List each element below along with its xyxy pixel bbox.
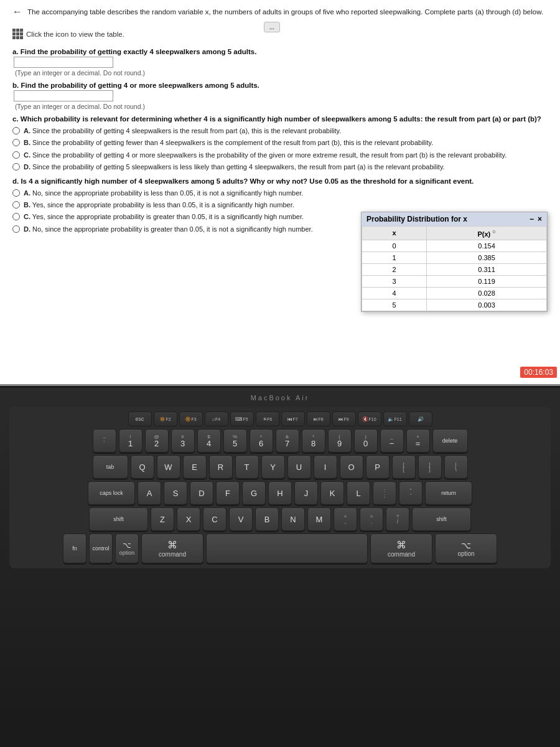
- radio-c-c[interactable]: [12, 151, 20, 159]
- key-period[interactable]: > .: [360, 507, 383, 531]
- key-r[interactable]: R: [209, 455, 233, 479]
- key-4[interactable]: $ 4: [197, 429, 221, 453]
- key-shift-l[interactable]: shift: [89, 507, 148, 531]
- key-n[interactable]: N: [281, 507, 305, 531]
- fn-key-f5[interactable]: ⌨F5: [230, 411, 254, 426]
- col-x: x: [362, 227, 427, 240]
- part-a-answer-row: [12, 57, 548, 68]
- key-6[interactable]: ^ 6: [250, 429, 273, 453]
- key-option-r[interactable]: ⌥ option: [435, 533, 497, 563]
- option-d-a[interactable]: A. No, since the appropriate probability…: [12, 189, 548, 198]
- key-tab[interactable]: tab: [93, 455, 128, 479]
- key-h[interactable]: H: [268, 481, 292, 505]
- radio-d-c[interactable]: [12, 213, 20, 220]
- key-semicolon[interactable]: : ;: [373, 481, 396, 505]
- key-slash[interactable]: ? /: [386, 507, 409, 531]
- option-c-d[interactable]: D. Since the probability of getting 5 sl…: [12, 162, 548, 172]
- key-8[interactable]: * 8: [302, 429, 325, 453]
- fn-key-f10[interactable]: 🔇F10: [358, 411, 381, 426]
- radio-d-d[interactable]: [12, 225, 20, 233]
- key-a[interactable]: A: [138, 481, 161, 505]
- key-b[interactable]: B: [255, 507, 279, 531]
- key-caps[interactable]: caps lock: [88, 481, 135, 505]
- key-c[interactable]: C: [203, 507, 226, 531]
- key-ctrl[interactable]: control: [89, 533, 113, 563]
- key-f[interactable]: F: [216, 481, 240, 505]
- key-g[interactable]: G: [242, 481, 266, 505]
- fn-key-f12[interactable]: 🔊: [409, 411, 432, 426]
- table-link[interactable]: Click the icon to view the table.: [12, 29, 124, 39]
- key-v[interactable]: V: [229, 507, 253, 531]
- fn-key-f8[interactable]: ⏯F8: [307, 411, 330, 426]
- key-k[interactable]: K: [320, 481, 344, 505]
- fn-key-f7[interactable]: ⏮F7: [281, 411, 305, 426]
- key-command-r[interactable]: ⌘ command: [370, 533, 432, 563]
- radio-d-b[interactable]: [12, 201, 20, 209]
- key-2[interactable]: @ 2: [145, 429, 169, 453]
- key-w[interactable]: W: [157, 455, 180, 479]
- key-e[interactable]: E: [183, 455, 207, 479]
- key-z[interactable]: Z: [151, 507, 174, 531]
- probability-modal: Probability Distribution for x − × x P(x…: [361, 212, 548, 312]
- option-d-b[interactable]: B. Yes, since the appropriate probabilit…: [12, 200, 548, 210]
- key-i[interactable]: I: [314, 455, 337, 479]
- key-l[interactable]: L: [347, 481, 370, 505]
- key-space[interactable]: [206, 533, 368, 563]
- key-u[interactable]: U: [287, 455, 311, 479]
- fn-key-f11[interactable]: 🔈F11: [383, 411, 407, 426]
- key-option-l[interactable]: ⌥ option: [115, 533, 139, 563]
- key-p[interactable]: P: [366, 455, 390, 479]
- fn-key-f2[interactable]: 🔅F2: [154, 411, 177, 426]
- part-c-options: A. Since the probability of getting 4 sl…: [12, 126, 548, 172]
- table-link-text[interactable]: Click the icon to view the table.: [26, 31, 124, 38]
- part-b-input[interactable]: [14, 90, 113, 101]
- fn-key-f4[interactable]: ⌕F4: [205, 411, 228, 426]
- radio-c-a[interactable]: [12, 127, 20, 134]
- option-c-a[interactable]: A. Since the probability of getting 4 sl…: [12, 126, 548, 136]
- key-0[interactable]: ) 0: [354, 429, 378, 453]
- key-delete[interactable]: delete: [432, 429, 468, 453]
- key-quote[interactable]: " ': [399, 481, 422, 505]
- key-fn[interactable]: fn: [63, 533, 86, 563]
- option-c-c[interactable]: C. Since the probability of getting 4 or…: [12, 151, 548, 160]
- key-shift-r[interactable]: shift: [412, 507, 471, 531]
- option-c-b[interactable]: B. Since the probability of getting fewe…: [12, 138, 548, 148]
- fn-key-f6[interactable]: ☀F6: [256, 411, 279, 426]
- key-s[interactable]: S: [164, 481, 187, 505]
- key-j[interactable]: J: [294, 481, 318, 505]
- key-backtick[interactable]: ~ `: [93, 429, 116, 453]
- key-equals[interactable]: + =: [406, 429, 430, 453]
- key-o[interactable]: O: [340, 455, 363, 479]
- key-command-l[interactable]: ⌘ command: [141, 533, 203, 563]
- key-9[interactable]: ( 9: [328, 429, 352, 453]
- key-backslash[interactable]: | \: [444, 455, 468, 479]
- key-y[interactable]: Y: [261, 455, 285, 479]
- key-x[interactable]: X: [177, 507, 200, 531]
- key-m[interactable]: M: [307, 507, 331, 531]
- key-bracket-r[interactable]: } ]: [418, 455, 442, 479]
- part-a-input[interactable]: [14, 57, 113, 68]
- key-return[interactable]: return: [425, 481, 472, 505]
- fn-key-f9[interactable]: ⏭F9: [332, 411, 356, 426]
- modal-close-btn[interactable]: ×: [538, 215, 542, 223]
- key-t[interactable]: T: [235, 455, 259, 479]
- macbook-label: MacBook Air: [9, 394, 551, 402]
- fn-key-f3[interactable]: 🔆F3: [179, 411, 203, 426]
- back-arrow-icon[interactable]: ←: [12, 6, 22, 17]
- key-q[interactable]: Q: [131, 455, 154, 479]
- key-5[interactable]: % 5: [223, 429, 247, 453]
- modal-minimize-btn[interactable]: −: [530, 215, 534, 223]
- radio-d-a[interactable]: [12, 189, 20, 197]
- key-d[interactable]: D: [190, 481, 213, 505]
- radio-c-b[interactable]: [12, 139, 20, 146]
- key-1[interactable]: ! 1: [119, 429, 142, 453]
- key-bracket-l[interactable]: { [: [392, 455, 416, 479]
- key-comma[interactable]: < ,: [334, 507, 357, 531]
- key-3[interactable]: # 3: [171, 429, 195, 453]
- key-7[interactable]: & 7: [276, 429, 299, 453]
- expand-button[interactable]: ...: [264, 22, 280, 32]
- fn-key-esc[interactable]: esc: [128, 411, 152, 426]
- option-d-d-label: D. No, since the appropriate probability…: [24, 225, 313, 234]
- key-minus[interactable]: _ −: [380, 429, 404, 453]
- radio-c-d[interactable]: [12, 163, 20, 171]
